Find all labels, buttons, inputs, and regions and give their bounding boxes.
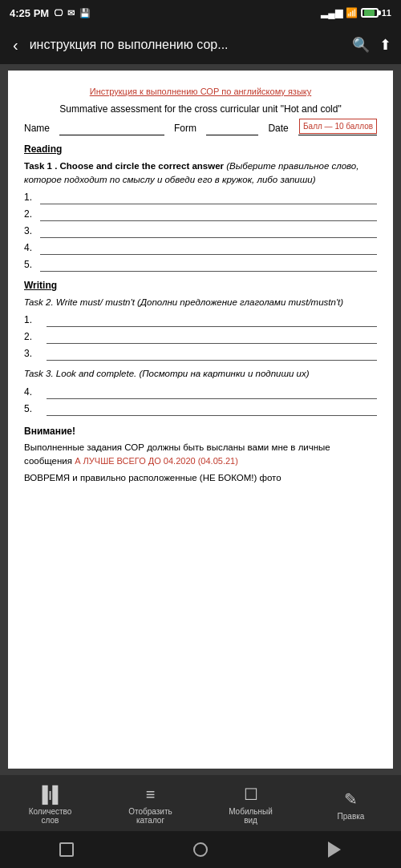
back-button[interactable]: ‹ [10, 33, 22, 58]
battery-icon [361, 8, 379, 18]
form-field[interactable] [206, 121, 258, 135]
task1-bold: Task 1 . Choose and circle the correct a… [24, 161, 224, 171]
task3-text: Task 3. Look and complete. [24, 369, 136, 378]
task3-line-4: 4. [24, 385, 377, 399]
android-home-button[interactable] [188, 837, 213, 862]
save-icon: 💾 [79, 8, 91, 18]
task1-line-4: 4. [24, 240, 377, 255]
answer-blank-1[interactable] [40, 192, 377, 204]
task2-line-2: 2. [24, 329, 377, 344]
android-nav-bar [0, 831, 401, 868]
toolbar-mobile-view[interactable]: ☐ Мобильный вид [219, 785, 283, 825]
task2-line-3: 3. [24, 346, 377, 361]
task2-italic: (Дополни предложение глаголами must/must… [137, 297, 343, 307]
mobile-view-label: Мобильный вид [229, 807, 273, 825]
attention-text1: Выполненные задания СОР должны быть высл… [24, 441, 377, 469]
task3-line-5: 5. [24, 402, 377, 416]
answer-blank-3[interactable] [40, 225, 377, 238]
task3-italic: (Посмотри на картинки и подпиши их) [139, 369, 309, 378]
wifi-icon: 📶 [346, 7, 358, 18]
name-field[interactable] [59, 121, 164, 135]
bottom-toolbar: ▐ı▌ Количество слов ≡ Отобразить каталог… [0, 775, 401, 831]
answer-num-4: 4. [24, 240, 40, 255]
answer-num-5: 5. [24, 257, 40, 272]
edit-label: Правка [338, 812, 365, 821]
task2-num-1: 1. [24, 313, 40, 327]
catalog-icon: ≡ [146, 785, 156, 804]
document: Инструкция к выполнению СОР по английско… [8, 71, 393, 769]
task2-text: Task 2. Write must/ mustn't [24, 297, 135, 307]
task1-line-1: 1. [24, 190, 377, 204]
battery-level: 11 [382, 8, 391, 18]
share-button[interactable]: ⬆ [379, 36, 391, 54]
toolbar-edit[interactable]: ✎ Правка [319, 789, 383, 821]
answer-num-1: 1. [24, 190, 40, 204]
task2-intro: Task 2. Write must/ mustn't (Дополни пре… [24, 296, 377, 309]
status-right: ▂▄▆ 📶 11 [321, 7, 391, 18]
word-count-icon: ▐ı▌ [37, 785, 64, 804]
attention-section: Внимание! Выполненные задания СОР должны… [24, 424, 377, 486]
search-button[interactable]: 🔍 [352, 36, 370, 54]
answer-blank-5[interactable] [40, 259, 377, 272]
time-display: 4:25 PM [10, 7, 49, 19]
form-label: Form [174, 121, 196, 135]
doc-subtitle: Summative assessment for the cross curri… [24, 102, 377, 116]
back-triangle-icon [328, 842, 341, 858]
task2-num-2: 2. [24, 329, 40, 344]
attention-red-link: А ЛУЧШЕ ВСЕГО ДО 04.2020 (04.05.21) [75, 456, 238, 466]
task2-blank-2[interactable] [47, 331, 377, 344]
task2-num-3: 3. [24, 346, 40, 361]
android-recents-button[interactable] [54, 837, 79, 862]
home-circle-icon [193, 842, 208, 857]
android-back-button[interactable] [322, 837, 347, 862]
task3-blank-4[interactable] [47, 386, 377, 399]
status-left: 4:25 PM 🖵 ✉ 💾 [10, 7, 91, 19]
task3-intro: Task 3. Look and complete. (Посмотри на … [24, 367, 377, 381]
toolbar-catalog[interactable]: ≡ Отобразить каталог [119, 785, 183, 825]
messages-icon: ✉ [67, 8, 75, 18]
task1-line-2: 2. [24, 207, 377, 221]
doc-title-red: Инструкция к выполнению СОР по английско… [24, 85, 377, 99]
document-wrapper: Инструкция к выполнению СОР по английско… [0, 64, 401, 775]
task2-blank-3[interactable] [47, 348, 377, 361]
nav-bar: ‹ инструкция по выполнению сор... 🔍 ⬆ [0, 26, 401, 64]
nav-actions: 🔍 ⬆ [352, 36, 391, 54]
task2-line-1: 1. [24, 313, 377, 327]
edit-icon: ✎ [344, 789, 358, 809]
attention-title: Внимание! [24, 424, 377, 438]
phone-icon: 🖵 [54, 8, 63, 18]
task1-line-3: 3. [24, 224, 377, 238]
score-badge: Балл — 10 баллов [299, 119, 377, 134]
attention-text2: ВОВРЕМЯ и правильно расположенные (НЕ БО… [24, 471, 377, 485]
signal-icon: ▂▄▆ [321, 7, 342, 18]
toolbar-word-count[interactable]: ▐ı▌ Количество слов [18, 785, 83, 825]
task3-num-5: 5. [24, 402, 40, 416]
nav-title: инструкция по выполнению сор... [30, 38, 344, 52]
mobile-view-icon: ☐ [244, 785, 258, 804]
answer-num-3: 3. [24, 224, 40, 238]
name-label: Name [24, 121, 50, 135]
task2-blank-1[interactable] [47, 314, 377, 327]
recents-square-icon [59, 842, 74, 857]
date-label: Date [268, 121, 288, 135]
reading-heading: Reading [24, 142, 377, 156]
task1-intro: Task 1 . Choose and circle the correct a… [24, 159, 377, 188]
status-bar: 4:25 PM 🖵 ✉ 💾 ▂▄▆ 📶 11 [0, 0, 401, 26]
task3-num-4: 4. [24, 385, 40, 399]
writing-heading: Writing [24, 278, 377, 293]
catalog-label: Отобразить каталог [128, 807, 172, 825]
task3-blank-5[interactable] [47, 403, 377, 416]
word-count-label: Количество слов [29, 807, 72, 825]
answer-num-2: 2. [24, 207, 40, 221]
answer-blank-2[interactable] [40, 208, 377, 221]
task1-line-5: 5. [24, 257, 377, 272]
answer-blank-4[interactable] [40, 242, 377, 255]
